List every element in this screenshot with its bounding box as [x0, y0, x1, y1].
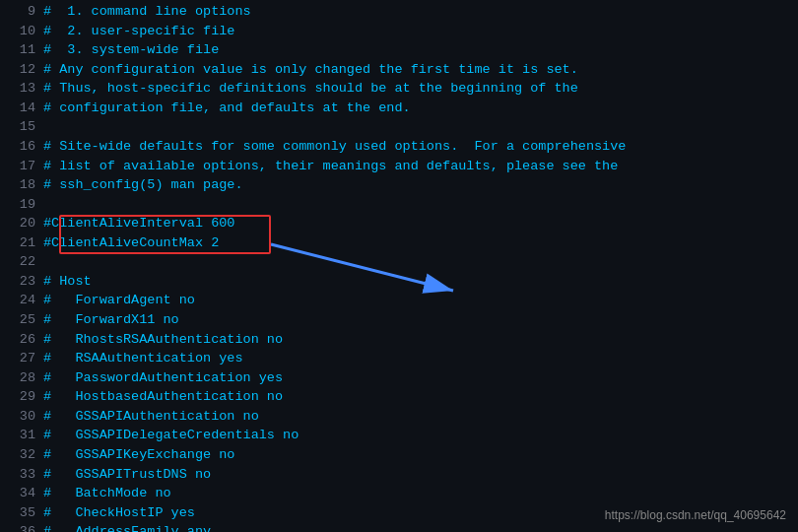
line-36: 36# AddressFamily any [8, 522, 790, 532]
line-19: 19 [8, 195, 790, 215]
line-31: 31# GSSAPIDelegateCredentials no [8, 426, 790, 445]
line-17: 17# list of available options, their mea… [8, 157, 790, 176]
line-20: 20#ClientAliveInterval 600 [8, 214, 790, 233]
line-28: 28# PasswordAuthentication yes [8, 368, 790, 388]
line-33: 33# GSSAPITrustDNS no [8, 465, 790, 485]
line-21: 21#ClientAliveCountMax 2 [8, 233, 790, 253]
line-24: 24# ForwardAgent no [8, 291, 790, 310]
line-15: 15 [8, 117, 790, 137]
line-23: 23# Host [8, 272, 790, 292]
line-32: 32# GSSAPIKeyExchange no [8, 445, 790, 465]
line-11: 11# 3. system-wide file [8, 40, 790, 60]
line-14: 14# configuration file, and defaults at … [8, 99, 790, 118]
watermark: https://blog.csdn.net/qq_40695642 [605, 508, 786, 522]
line-29: 29# HostbasedAuthentication no [8, 387, 790, 407]
line-27: 27# RSAAuthentication yes [8, 349, 790, 368]
line-34: 34# BatchMode no [8, 484, 790, 503]
line-30: 30# GSSAPIAuthentication no [8, 407, 790, 427]
line-25: 25# ForwardX11 no [8, 310, 790, 330]
line-26: 26# RhostsRSAAuthentication no [8, 330, 790, 350]
code-block: 9# 1. command line options10# 2. user-sp… [0, 0, 798, 532]
line-18: 18# ssh_config(5) man page. [8, 175, 790, 195]
line-13: 13# Thus, host-specific definitions shou… [8, 79, 790, 99]
line-10: 10# 2. user-specific file [8, 22, 790, 41]
line-9: 9# 1. command line options [8, 2, 790, 22]
line-12: 12# Any configuration value is only chan… [8, 60, 790, 80]
line-16: 16# Site-wide defaults for some commonly… [8, 137, 790, 157]
line-22: 22 [8, 252, 790, 272]
